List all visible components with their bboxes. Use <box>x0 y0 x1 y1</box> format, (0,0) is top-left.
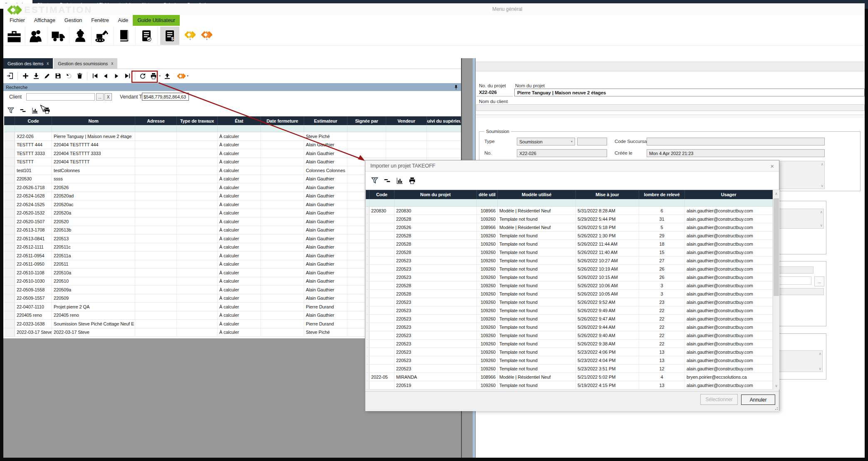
table-row[interactable]: 220523109260Template not found5/26/2022 … <box>366 323 773 331</box>
tab-close-icon[interactable]: x <box>111 61 113 66</box>
dialog-group-button[interactable] <box>383 177 391 185</box>
print-dropdown-caret-icon[interactable]: ▾ <box>159 74 161 78</box>
menu-item-guide-utilisateur[interactable]: Guide Utilisateur <box>133 15 180 26</box>
filter-cell[interactable] <box>639 199 685 206</box>
column-header[interactable]: État <box>218 116 261 125</box>
table-row[interactable]: 220528109260Template not found5/26/2022 … <box>366 248 773 256</box>
column-header[interactable]: dèle util <box>477 190 498 199</box>
row-selector-cell[interactable] <box>4 141 15 149</box>
row-selector-cell[interactable] <box>366 348 370 356</box>
row-selector-cell[interactable] <box>4 251 15 260</box>
column-header[interactable]: Modèle utilisé <box>498 190 576 199</box>
menu-item-aide[interactable]: Aide <box>114 15 133 26</box>
table-row[interactable]: 220523109260Template not found5/26/2022 … <box>366 315 773 323</box>
row-selector-cell[interactable] <box>366 340 370 348</box>
row-selector-cell[interactable] <box>366 281 370 289</box>
row-selector-cell[interactable] <box>366 381 370 389</box>
row-selector-cell[interactable] <box>4 175 15 183</box>
edit-button[interactable] <box>43 72 51 80</box>
table-row[interactable]: 220528109260Template not found5/26/2022 … <box>366 232 773 240</box>
refresh-button[interactable] <box>139 72 147 80</box>
filter-cell[interactable] <box>4 125 15 132</box>
export-button[interactable] <box>163 72 171 80</box>
table-row[interactable]: 220523109260Template not found5/26/2022 … <box>366 331 773 340</box>
catalogue-button[interactable] <box>114 27 136 45</box>
table-row[interactable]: 220830220830108966Modèle | Résidentiel N… <box>366 207 773 215</box>
dialog-title-bar[interactable]: Importer un projet TAKEOFF × <box>365 160 779 172</box>
type-code-field[interactable] <box>577 138 607 145</box>
table-row[interactable]: 220523109260Template not found5/23/2022 … <box>366 348 773 356</box>
row-selector-cell[interactable] <box>366 306 370 314</box>
right-browse-button[interactable]: ... <box>814 276 824 286</box>
menu-item-affichage[interactable]: Affichage <box>30 15 60 26</box>
nom-projet-field[interactable]: Pierre Tanguay | Maison neuve 2 étages <box>514 89 865 96</box>
row-selector-cell[interactable] <box>4 192 15 200</box>
client-browse-button[interactable]: ... <box>96 93 104 101</box>
table-row[interactable]: X22-026Pierre Tanguay | Maison neuve 2 é… <box>4 132 461 141</box>
filter-cell[interactable] <box>218 125 261 132</box>
facturation-button[interactable] <box>160 27 179 45</box>
grid-filter-row[interactable] <box>4 125 461 132</box>
row-selector-cell[interactable] <box>366 207 370 214</box>
table-row[interactable]: TESTTT 444220404 TESTTTT 444À calculerAl… <box>4 141 461 150</box>
dropdown-caret-icon[interactable]: ▾ <box>189 38 191 40</box>
column-header[interactable]: Code <box>370 190 394 199</box>
delete-button[interactable] <box>75 72 84 80</box>
clients-button[interactable] <box>25 27 47 45</box>
client-input[interactable] <box>26 93 95 101</box>
table-row[interactable]: 2022-05MIRANDA108966Modèle | Résidentiel… <box>366 373 773 381</box>
table-row[interactable]: 220523109260Template not found5/23/2022 … <box>366 356 773 365</box>
menu-item-fichier[interactable]: Fichier <box>5 15 30 26</box>
filter-cell[interactable] <box>347 125 386 132</box>
dialog-chart-button[interactable] <box>395 177 404 185</box>
row-selector-cell[interactable] <box>366 256 370 264</box>
filter-cell[interactable] <box>394 199 477 206</box>
table-row[interactable]: 220523109260Template not found5/26/2022 … <box>366 256 773 265</box>
scroll-up-icon[interactable]: ∧ <box>821 162 824 166</box>
no-field[interactable]: X22-026 <box>517 149 607 157</box>
table-row[interactable]: 220528109260Template not found5/26/2022 … <box>366 281 773 290</box>
table-row[interactable]: 220523109260Template not found5/26/2022 … <box>366 340 773 348</box>
scrollbar-thumb[interactable] <box>774 198 779 296</box>
row-selector-cell[interactable] <box>366 223 370 231</box>
filter-cell[interactable] <box>477 199 498 206</box>
grid-filter-row[interactable] <box>366 199 773 207</box>
select-button[interactable]: Sélectionner <box>700 394 738 405</box>
row-selector-cell[interactable] <box>366 265 370 273</box>
previous-record-button[interactable] <box>102 72 110 80</box>
column-header[interactable]: Adresse <box>135 116 177 125</box>
row-selector-cell[interactable] <box>4 132 15 141</box>
menu-item-fen-tre[interactable]: Fenêtre <box>87 15 113 26</box>
row-selector-cell[interactable] <box>4 328 15 337</box>
row-selector-cell[interactable] <box>4 209 15 217</box>
table-row[interactable]: 220523109260Template not found5/26/2022 … <box>366 273 773 281</box>
table-row[interactable]: 220523109260Template not found5/23/2022 … <box>366 365 773 373</box>
row-selector-cell[interactable] <box>4 217 15 226</box>
scroll-up-icon[interactable]: ∧ <box>819 352 822 356</box>
column-header[interactable]: Code <box>15 116 52 125</box>
save-button[interactable] <box>54 72 62 80</box>
row-selector-cell[interactable] <box>366 215 370 223</box>
table-row[interactable]: 220528109260Template not found5/29/2022 … <box>366 215 773 223</box>
scroll-down-icon[interactable]: ∨ <box>819 367 822 371</box>
row-selector-cell[interactable] <box>366 373 370 381</box>
last-record-button[interactable] <box>123 72 131 80</box>
row-selector-cell[interactable] <box>366 240 370 248</box>
table-row[interactable]: 220528109260Template not found5/26/2022 … <box>366 240 773 248</box>
dialog-grid-scrollbar[interactable]: ∧ ∨ <box>773 190 779 390</box>
pin-icon[interactable] <box>454 85 459 90</box>
row-selector-cell[interactable] <box>366 290 370 298</box>
column-header[interactable]: Date fermeture <box>261 116 304 125</box>
row-selector-cell[interactable] <box>4 311 15 320</box>
filter-cell[interactable] <box>261 125 304 132</box>
row-selector-cell[interactable] <box>4 226 15 234</box>
table-row[interactable]: TESTTT 3333220404 TESTTTT 3333À calculer… <box>4 149 461 158</box>
dropdown-caret-icon[interactable]: ▾ <box>206 38 207 40</box>
table-row[interactable]: 220528109260Template not found5/26/2022 … <box>366 290 773 298</box>
row-selector-cell[interactable] <box>366 315 370 323</box>
filter-cell[interactable] <box>304 125 347 132</box>
column-header[interactable]: Nom du projet <box>394 190 477 199</box>
employes-button[interactable] <box>69 27 92 45</box>
row-selector-cell[interactable] <box>366 273 370 281</box>
scroll-up-icon[interactable]: ∧ <box>773 190 779 197</box>
